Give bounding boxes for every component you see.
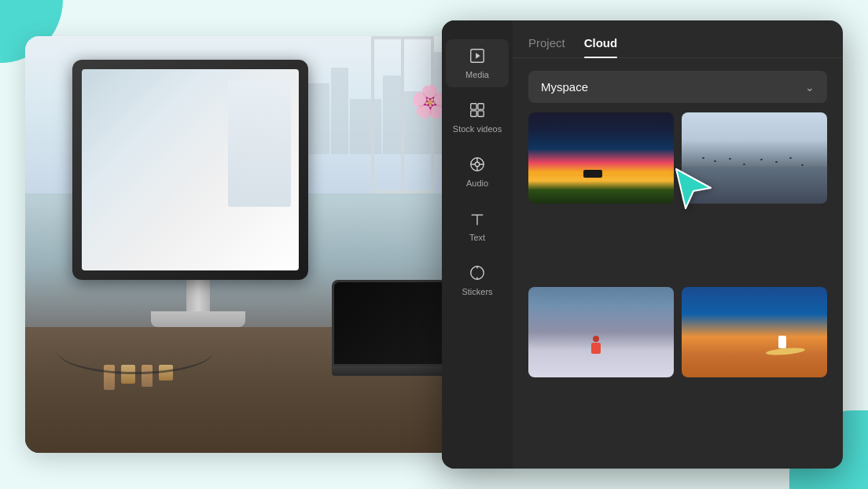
- media-thumb-snow[interactable]: [528, 287, 674, 378]
- dot-2: [714, 160, 716, 162]
- dot-7: [789, 157, 792, 159]
- background-photo-card: 🌸: [25, 36, 513, 453]
- svg-marker-1: [476, 53, 480, 58]
- sidebar-label-audio: Audio: [466, 178, 488, 188]
- media-thumb-kayak[interactable]: [682, 287, 827, 378]
- chevron-down-icon: ⌄: [805, 81, 815, 94]
- svg-point-7: [475, 162, 480, 167]
- sidebar-item-text[interactable]: Text: [446, 202, 509, 250]
- svg-rect-3: [478, 104, 484, 109]
- scene-container: 🌸: [25, 20, 843, 469]
- kayak-person: [778, 336, 786, 348]
- stickers-icon: [469, 264, 486, 284]
- main-content: Project Cloud Myspace ⌄: [513, 20, 843, 469]
- kayak-boat: [766, 347, 806, 356]
- sidebar-item-audio[interactable]: Audio: [446, 148, 509, 196]
- sidebar-item-stock-videos[interactable]: Stock videos: [446, 94, 509, 142]
- grid-icon: [469, 101, 486, 121]
- imac-screen-bezel: [72, 60, 308, 280]
- svg-rect-5: [478, 111, 484, 116]
- sidebar-label-text: Text: [469, 233, 485, 242]
- play-square-icon: [469, 47, 486, 67]
- person-body: [591, 343, 601, 354]
- sidebar-item-stickers[interactable]: Stickers: [446, 256, 509, 304]
- sidebar-label-stickers: Stickers: [462, 287, 492, 296]
- dot-5: [760, 159, 763, 160]
- sidebar: Media Stock videos: [442, 20, 513, 469]
- van-silhouette: [583, 170, 602, 178]
- svg-rect-4: [471, 111, 476, 116]
- media-thumb-sunset[interactable]: [528, 112, 674, 204]
- audio-icon: [469, 156, 486, 175]
- window-reflection: [228, 81, 291, 207]
- imac-screen: [82, 69, 299, 270]
- dot-4: [743, 164, 745, 165]
- cloud-source-dropdown[interactable]: Myspace ⌄: [528, 71, 827, 103]
- person-head: [593, 336, 599, 342]
- svg-marker-17: [676, 169, 711, 208]
- svg-rect-2: [471, 104, 476, 109]
- dropdown-label: Myspace: [541, 80, 588, 94]
- person-red-jacket: [590, 336, 602, 355]
- tab-project[interactable]: Project: [528, 36, 565, 57]
- tab-bar: Project Cloud: [513, 20, 843, 58]
- dropdown-bar: Myspace ⌄: [513, 58, 843, 112]
- app-panel: Media Stock videos: [442, 20, 843, 469]
- imac-stand-neck: [186, 280, 210, 311]
- cables: [57, 327, 214, 374]
- building-3: [331, 68, 348, 154]
- imac-stand-base: [151, 311, 245, 327]
- dot-3: [729, 158, 731, 160]
- text-icon: [469, 210, 486, 230]
- sidebar-label-stock: Stock videos: [453, 124, 502, 134]
- dot-6: [775, 161, 778, 163]
- imac: [72, 60, 324, 358]
- dot-8: [801, 164, 804, 166]
- office-image: 🌸: [25, 36, 513, 453]
- sidebar-item-media[interactable]: Media: [446, 39, 509, 87]
- dot-1: [702, 157, 704, 159]
- sidebar-label-media: Media: [465, 70, 489, 79]
- tab-cloud[interactable]: Cloud: [584, 36, 618, 57]
